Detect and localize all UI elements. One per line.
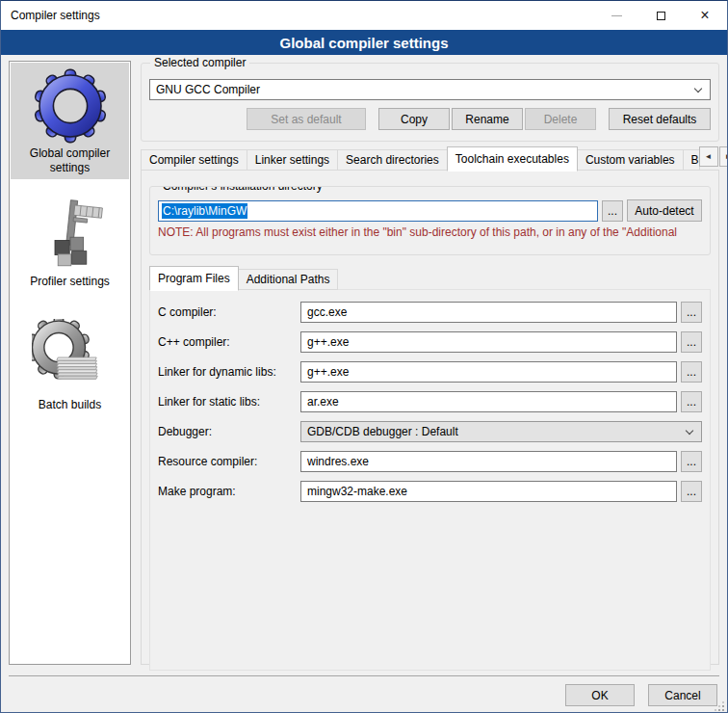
debugger-dropdown[interactable]: GDB/CDB debugger : Default: [300, 421, 702, 442]
group-label: Compiler's installation directory: [159, 186, 326, 193]
set-as-default-button: Set as default: [247, 108, 366, 130]
form-row: Resource compiler: ...: [158, 451, 702, 472]
tab-compiler-settings[interactable]: Compiler settings: [141, 149, 247, 171]
form-row: C++ compiler: ...: [158, 331, 702, 353]
main-content: Selected compiler GNU GCC Compiler Set a…: [141, 63, 719, 679]
caliper-icon: [32, 196, 109, 273]
form-row: Debugger: GDB/CDB debugger : Default: [158, 421, 702, 442]
program-files-tabs: Program Files Additional Paths: [149, 265, 711, 290]
tab-search-directories[interactable]: Search directories: [337, 149, 448, 171]
dynamic-linker-label: Linker for dynamic libs:: [158, 365, 300, 379]
installation-directory-input[interactable]: C:\raylib\MinGW: [158, 200, 598, 222]
cpp-compiler-label: C++ compiler:: [158, 335, 300, 349]
minimize-button: [594, 1, 638, 30]
subtab-additional-paths[interactable]: Additional Paths: [238, 269, 339, 290]
batch-builds-icon: [32, 319, 109, 396]
footer-divider: [9, 675, 719, 676]
cancel-button[interactable]: Cancel: [648, 684, 717, 706]
gear-icon: [32, 67, 109, 145]
toolchain-executables-panel: Compiler's installation directory C:\ray…: [141, 170, 719, 665]
program-files-panel: C compiler: ... C++ compiler: ... Linker…: [149, 289, 711, 671]
tab-scroll-left-button[interactable]: ◄: [699, 146, 718, 167]
delete-button: Delete: [525, 108, 596, 130]
group-label: Selected compiler: [150, 56, 249, 69]
maximize-icon: [657, 12, 665, 20]
sidebar-item-profiler-settings[interactable]: Profiler settings: [11, 191, 129, 293]
maximize-button[interactable]: [638, 1, 683, 30]
debugger-label: Debugger:: [158, 425, 300, 438]
sidebar-item-label: Profiler settings: [20, 275, 120, 289]
close-button[interactable]: ×: [683, 1, 727, 30]
debugger-value: GDB/CDB debugger : Default: [307, 425, 458, 438]
minimize-icon: [611, 15, 622, 16]
titlebar[interactable]: Compiler settings ×: [1, 1, 727, 30]
dialog-footer: OK Cancel: [565, 684, 717, 706]
selected-compiler-value: GNU GCC Compiler: [156, 83, 260, 96]
form-row: C compiler: ...: [158, 302, 702, 323]
sidebar-item-label: Batch builds: [20, 398, 120, 412]
subtab-program-files[interactable]: Program Files: [149, 266, 239, 291]
make-program-input[interactable]: [300, 481, 677, 502]
selected-text: C:\raylib\MinGW: [162, 203, 247, 219]
window-controls: ×: [594, 1, 727, 30]
cpp-compiler-input[interactable]: [300, 331, 677, 353]
rename-button[interactable]: Rename: [452, 108, 523, 130]
compiler-tabs: Compiler settings Linker settings Search…: [141, 145, 719, 171]
dialog-body: Global compiler settings: [1, 55, 727, 713]
c-compiler-label: C compiler:: [158, 305, 300, 319]
static-linker-browse-button[interactable]: ...: [681, 391, 702, 412]
resize-grip[interactable]: [722, 709, 724, 711]
c-compiler-input[interactable]: [300, 302, 677, 323]
compiler-actions: Set as default Copy Rename Delete Reset …: [149, 108, 711, 130]
sidebar-item-batch-builds[interactable]: Batch builds: [11, 314, 129, 416]
reset-defaults-button[interactable]: Reset defaults: [609, 108, 711, 130]
settings-category-list: Global compiler settings: [9, 61, 131, 665]
static-linker-label: Linker for static libs:: [158, 395, 300, 409]
dynamic-linker-browse-button[interactable]: ...: [681, 361, 702, 383]
tab-toolchain-executables[interactable]: Toolchain executables: [447, 146, 578, 172]
selected-compiler-group: Selected compiler GNU GCC Compiler Set a…: [141, 63, 719, 142]
chevron-down-icon: [694, 85, 702, 92]
c-compiler-browse-button[interactable]: ...: [681, 302, 702, 323]
tab-custom-variables[interactable]: Custom variables: [577, 149, 684, 171]
sidebar-item-global-compiler-settings[interactable]: Global compiler settings: [11, 63, 129, 179]
chevron-down-icon: [686, 427, 693, 435]
make-program-label: Make program:: [158, 485, 300, 498]
installation-directory-browse-button[interactable]: ...: [602, 200, 623, 222]
compiler-settings-dialog: Compiler settings × Global compiler sett…: [0, 0, 728, 713]
form-row: Make program: ...: [158, 481, 702, 502]
ok-button[interactable]: OK: [565, 684, 635, 706]
tab-scroll-buttons: ◄ ►: [699, 146, 728, 167]
selected-compiler-dropdown[interactable]: GNU GCC Compiler: [149, 79, 711, 100]
tab-scroll-right-button[interactable]: ►: [719, 146, 728, 167]
tab-linker-settings[interactable]: Linker settings: [247, 149, 338, 171]
close-icon: ×: [700, 7, 709, 24]
cpp-compiler-browse-button[interactable]: ...: [681, 331, 702, 353]
dialog-header: Global compiler settings: [1, 30, 727, 55]
resource-compiler-label: Resource compiler:: [158, 455, 300, 468]
copy-button[interactable]: Copy: [378, 108, 450, 130]
form-row: Linker for static libs: ...: [158, 391, 702, 412]
form-row: Linker for dynamic libs: ...: [158, 361, 702, 383]
make-program-browse-button[interactable]: ...: [681, 481, 702, 502]
tab-build-options[interactable]: Build: [683, 149, 700, 171]
auto-detect-button[interactable]: Auto-detect: [627, 199, 702, 222]
installation-directory-group: Compiler's installation directory C:\ray…: [149, 186, 711, 255]
dynamic-linker-input[interactable]: [300, 361, 677, 383]
sidebar-item-label: Global compiler settings: [20, 146, 120, 175]
installation-directory-row: C:\raylib\MinGW ... Auto-detect: [158, 199, 702, 222]
resource-compiler-input[interactable]: [300, 451, 677, 472]
static-linker-input[interactable]: [300, 391, 677, 412]
note-text: NOTE: All programs must exist either in …: [158, 225, 702, 239]
dialog-header-title: Global compiler settings: [279, 35, 448, 51]
window-title: Compiler settings: [1, 9, 100, 22]
resource-compiler-browse-button[interactable]: ...: [681, 451, 702, 472]
